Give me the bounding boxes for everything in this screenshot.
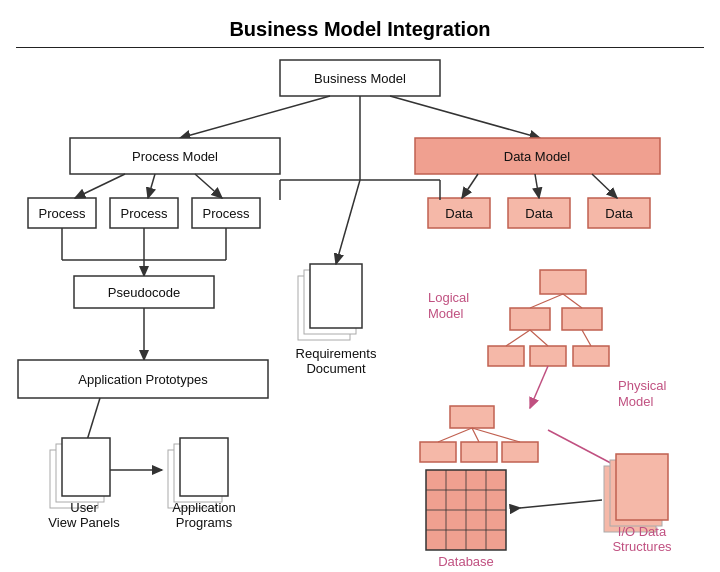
pm-top-box bbox=[450, 406, 494, 428]
title-divider bbox=[16, 47, 704, 48]
arrow-pm-p1 bbox=[75, 174, 125, 198]
process3-label: Process bbox=[203, 206, 250, 221]
logical-mid2-box bbox=[562, 308, 602, 330]
logical-top-box bbox=[540, 270, 586, 294]
pm-line3 bbox=[472, 428, 520, 442]
physical-model-label2: Model bbox=[618, 394, 654, 409]
io-data-structures-label2: Structures bbox=[612, 539, 672, 554]
app-prototypes-label: Application Prototypes bbox=[78, 372, 208, 387]
physical-model-label: Physical bbox=[618, 378, 667, 393]
arrow-pm-p3 bbox=[195, 174, 222, 198]
pseudocode-label: Pseudocode bbox=[108, 285, 180, 300]
lm-line2 bbox=[563, 294, 582, 308]
arrow-dm-d2 bbox=[535, 174, 539, 198]
logical-bot1-box bbox=[488, 346, 524, 366]
svg-rect-21 bbox=[616, 454, 668, 520]
requirements-doc-label2: Document bbox=[306, 361, 366, 376]
user-view-panels-label2: View Panels bbox=[48, 515, 120, 530]
application-programs-label: Application bbox=[172, 500, 236, 515]
diagram-svg: Business Model Process Model Data Model … bbox=[0, 50, 720, 572]
database-generation-label: Database bbox=[438, 554, 494, 569]
process2-label: Process bbox=[121, 206, 168, 221]
pm-bot2-box bbox=[461, 442, 497, 462]
arrow-lm-to-pm bbox=[530, 366, 548, 408]
application-programs-label2: Programs bbox=[176, 515, 233, 530]
process1-label: Process bbox=[39, 206, 86, 221]
svg-rect-8 bbox=[62, 438, 110, 496]
business-model-label: Business Model bbox=[314, 71, 406, 86]
arrow-bm-to-pm bbox=[180, 96, 330, 138]
pm-bot1-box bbox=[420, 442, 456, 462]
arrow-bm-to-dm bbox=[390, 96, 540, 138]
data3-label: Data bbox=[605, 206, 633, 221]
arrow-ios-to-dbg bbox=[520, 500, 602, 508]
pm-line1 bbox=[438, 428, 472, 442]
logical-model-label2: Model bbox=[428, 306, 464, 321]
user-view-panels-label: User bbox=[70, 500, 98, 515]
pm-bot3-box bbox=[502, 442, 538, 462]
lm-line3 bbox=[506, 330, 530, 346]
data1-label: Data bbox=[445, 206, 473, 221]
logical-bot3-box bbox=[573, 346, 609, 366]
svg-rect-11 bbox=[180, 438, 228, 496]
io-data-structures-label: I/O Data bbox=[618, 524, 667, 539]
logical-model-label: Logical bbox=[428, 290, 469, 305]
logical-bot2-box bbox=[530, 346, 566, 366]
data-model-label: Data Model bbox=[504, 149, 571, 164]
svg-rect-5 bbox=[310, 264, 362, 328]
logical-mid1-box bbox=[510, 308, 550, 330]
process-model-label: Process Model bbox=[132, 149, 218, 164]
data2-label: Data bbox=[525, 206, 553, 221]
arrow-pm-p2 bbox=[148, 174, 155, 198]
page-title: Business Model Integration bbox=[0, 0, 720, 47]
arrow-fork-center bbox=[336, 180, 360, 264]
lm-line1 bbox=[530, 294, 563, 308]
arrow-dm-d3 bbox=[592, 174, 617, 198]
lm-line4 bbox=[530, 330, 548, 346]
lm-line5 bbox=[582, 330, 591, 346]
page-container: Business Model Integration Business Mode… bbox=[0, 0, 720, 572]
database-generation-icon bbox=[426, 470, 506, 550]
arrow-dm-d1 bbox=[462, 174, 478, 198]
requirements-doc-label: Requirements bbox=[296, 346, 377, 361]
